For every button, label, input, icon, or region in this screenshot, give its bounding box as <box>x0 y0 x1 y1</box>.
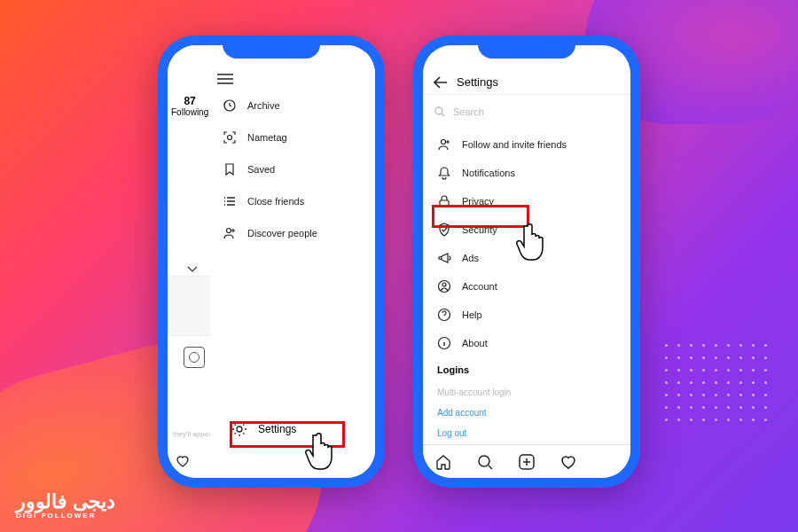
settings-item-account[interactable]: Account <box>423 272 630 301</box>
menu-item-discover[interactable]: Discover people <box>210 217 375 249</box>
menu-item-nametag[interactable]: Nametag <box>210 121 375 153</box>
settings-label: Settings <box>258 423 296 435</box>
svg-point-3 <box>237 426 242 432</box>
bell-icon <box>437 166 451 180</box>
lock-icon <box>437 194 451 208</box>
item-label: Notifications <box>462 168 515 178</box>
posts-hint-text: they'll appear <box>173 430 215 438</box>
megaphone-icon <box>437 251 451 265</box>
svg-point-8 <box>442 283 446 286</box>
tagged-photos-icon[interactable] <box>184 347 205 368</box>
settings-item-privacy[interactable]: Privacy <box>423 187 630 215</box>
list-icon <box>223 194 237 208</box>
search-icon <box>434 106 446 118</box>
svg-point-1 <box>228 136 232 140</box>
phone-notch <box>478 35 575 59</box>
help-icon <box>437 308 451 322</box>
svg-point-11 <box>479 456 489 466</box>
settings-item-security[interactable]: Security <box>423 215 630 244</box>
screen-settings: Settings Search Follow and invite friend… <box>423 45 630 478</box>
menu-label: Nametag <box>247 132 287 143</box>
following-stat[interactable]: 87 Following <box>171 95 208 117</box>
item-label: Follow and invite friends <box>462 139 567 150</box>
item-label: Security <box>462 224 497 235</box>
back-arrow-icon[interactable] <box>434 76 448 89</box>
add-person-icon <box>437 137 451 152</box>
svg-point-2 <box>227 229 231 233</box>
brand-logo: دیجی فالوور DIGI FOLLOWER <box>16 490 115 520</box>
clock-icon <box>223 98 237 113</box>
settings-item-notifications[interactable]: Notifications <box>423 159 630 187</box>
settings-item-ads[interactable]: Ads <box>423 244 630 272</box>
add-post-icon[interactable] <box>518 453 536 471</box>
gear-icon <box>231 421 247 437</box>
menu-label: Close friends <box>247 196 304 207</box>
phone-mockup-left: 87 Following they'll appear Archive Name… <box>158 35 385 488</box>
add-account-link[interactable]: Add account <box>423 403 630 423</box>
shield-icon <box>437 223 451 237</box>
item-label: Help <box>462 309 482 320</box>
settings-item-follow[interactable]: Follow and invite friends <box>423 130 630 159</box>
hamburger-icon[interactable] <box>217 74 233 84</box>
item-label: About <box>462 338 488 348</box>
heart-icon[interactable] <box>559 453 577 471</box>
menu-label: Archive <box>247 100 280 111</box>
bottom-nav-bar <box>423 444 630 478</box>
page-title: Settings <box>457 75 498 89</box>
svg-rect-6 <box>440 200 449 207</box>
search-placeholder: Search <box>453 106 484 117</box>
bookmark-icon <box>223 162 237 176</box>
chevron-down-icon[interactable] <box>187 265 198 274</box>
screen-profile-menu: 87 Following they'll appear Archive Name… <box>168 45 375 478</box>
log-out-link[interactable]: Log out <box>423 423 630 443</box>
phone-notch <box>223 35 320 59</box>
search-icon[interactable] <box>476 453 494 471</box>
menu-item-archive[interactable]: Archive <box>210 90 375 121</box>
add-person-icon <box>223 226 237 240</box>
menu-item-close-friends[interactable]: Close friends <box>210 185 375 217</box>
multi-account-login[interactable]: Multi-account login <box>423 382 630 403</box>
menu-item-saved[interactable]: Saved <box>210 153 375 185</box>
dot-grid-decoration <box>665 344 771 426</box>
settings-button[interactable]: Settings <box>221 414 364 444</box>
settings-item-help[interactable]: Help <box>423 301 630 329</box>
svg-point-4 <box>435 107 442 114</box>
settings-item-about[interactable]: About <box>423 329 630 357</box>
home-icon[interactable] <box>434 453 452 471</box>
svg-point-5 <box>442 140 446 145</box>
side-menu-panel: Archive Nametag Saved Close friends Disc… <box>210 45 375 478</box>
phone-mockup-right: Settings Search Follow and invite friend… <box>413 35 640 488</box>
search-input[interactable]: Search <box>434 100 620 123</box>
item-label: Account <box>462 281 497 292</box>
settings-header: Settings <box>423 70 630 95</box>
menu-label: Saved <box>247 164 275 175</box>
menu-label: Discover people <box>247 228 317 239</box>
person-circle-icon <box>437 279 451 293</box>
info-icon <box>437 336 451 350</box>
item-label: Ads <box>462 253 479 263</box>
scan-icon <box>223 130 237 145</box>
item-label: Privacy <box>462 196 494 207</box>
heart-icon[interactable] <box>175 453 191 469</box>
logins-header: Logins <box>423 357 630 382</box>
